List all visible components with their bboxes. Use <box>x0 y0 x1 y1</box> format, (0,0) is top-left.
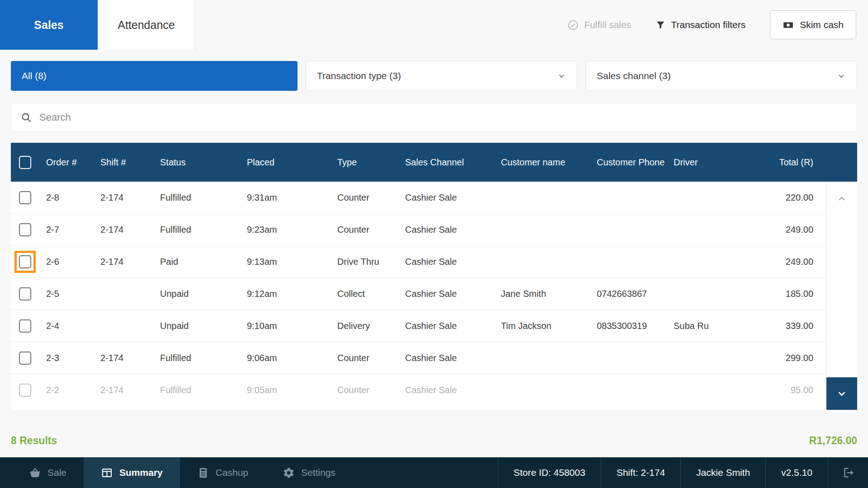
tab-attendance[interactable]: Attendance <box>98 0 195 50</box>
cell-total: 339.00 <box>764 321 826 331</box>
cell-channel: Cashier Sale <box>398 321 494 331</box>
top-bar: Sales Attendance Fulfill sales Transacti… <box>0 0 868 50</box>
transaction-filters-label: Transaction filters <box>671 19 745 30</box>
cell-order: 2-7 <box>39 225 93 235</box>
filter-all-label: All (8) <box>22 70 47 81</box>
row-checkbox-frame <box>14 218 36 241</box>
results-count: 8 Results <box>11 435 57 447</box>
nav-item-settings[interactable]: Settings <box>265 457 353 488</box>
select-all-cell <box>11 156 39 169</box>
fulfill-sales-label: Fulfill sales <box>584 19 631 30</box>
cell-total: 95.00 <box>764 385 826 395</box>
bottom-nav: Sale Summary Cashup Settings <box>0 457 353 488</box>
cell-shift: 2-174 <box>93 257 153 267</box>
row-checkbox-frame <box>14 282 36 305</box>
row-checkbox[interactable] <box>19 319 31 333</box>
nav-item-summary[interactable]: Summary <box>84 457 180 488</box>
transaction-filters-button[interactable]: Transaction filters <box>656 19 745 30</box>
cell-total: 220.00 <box>764 192 826 203</box>
cell-type: Counter <box>330 225 398 235</box>
table-rows: 2-8 2-174 Fulfilled 9:31am Counter Cashi… <box>11 182 826 410</box>
col-channel: Sales Channel <box>398 157 494 168</box>
chevron-down-icon <box>557 71 566 80</box>
cell-customer: Tim Jackson <box>494 321 590 331</box>
cell-channel: Cashier Sale <box>398 257 494 267</box>
cell-channel: Cashier Sale <box>398 225 494 235</box>
row-checkbox-frame <box>14 251 36 273</box>
cell-placed: 9:23am <box>240 225 330 235</box>
row-checkbox-frame <box>14 347 36 370</box>
row-checkbox-cell <box>11 314 39 338</box>
select-all-checkbox[interactable] <box>19 156 31 169</box>
cell-status: Fulfilled <box>153 353 240 363</box>
col-customer: Customer name <box>494 157 590 168</box>
chevron-down-icon <box>837 71 846 80</box>
transaction-type-dropdown[interactable]: Transaction type (3) <box>306 61 577 91</box>
sales-channel-dropdown[interactable]: Sales channel (3) <box>585 61 857 91</box>
nav-settings-label: Settings <box>301 467 335 478</box>
col-shift: Shift # <box>93 157 153 168</box>
cell-type: Collect <box>330 289 398 299</box>
row-checkbox[interactable] <box>19 191 31 204</box>
col-status: Status <box>153 157 240 168</box>
cell-total: 299.00 <box>764 353 826 363</box>
col-type: Type <box>330 157 398 168</box>
tab-sales[interactable]: Sales <box>0 0 98 50</box>
row-checkbox[interactable] <box>19 352 31 365</box>
search-bar <box>11 103 857 132</box>
table-row[interactable]: 2-6 2-174 Paid 9:13am Drive Thru Cashier… <box>11 246 826 278</box>
cell-shift: 2-174 <box>93 225 153 235</box>
fulfill-sales-button[interactable]: Fulfill sales <box>567 19 631 31</box>
table-body: 2-8 2-174 Fulfilled 9:31am Counter Cashi… <box>11 182 857 410</box>
cell-order: 2-3 <box>39 353 93 363</box>
row-checkbox-cell <box>11 218 39 241</box>
table-row[interactable]: 2-8 2-174 Fulfilled 9:31am Counter Cashi… <box>11 182 826 214</box>
table-row[interactable]: 2-7 2-174 Fulfilled 9:23am Counter Cashi… <box>11 214 826 246</box>
nav-item-sale[interactable]: Sale <box>12 457 84 488</box>
scroll-down-button[interactable] <box>826 377 857 410</box>
logout-icon <box>842 466 854 479</box>
table-row[interactable]: 2-3 2-174 Fulfilled 9:06am Counter Cashi… <box>11 342 826 374</box>
row-checkbox-frame <box>14 379 36 402</box>
nav-sale-label: Sale <box>47 467 66 478</box>
cell-type: Drive Thru <box>330 257 398 267</box>
basket-icon <box>29 467 41 479</box>
nav-item-cashup[interactable]: Cashup <box>180 457 265 488</box>
filter-all-button[interactable]: All (8) <box>11 61 297 91</box>
cell-status: Unpaid <box>153 289 240 299</box>
row-checkbox[interactable] <box>19 287 31 300</box>
check-circle-icon <box>567 19 579 31</box>
search-input[interactable] <box>38 111 848 124</box>
table-row[interactable]: 2-2 2-174 Fulfilled 9:05am Counter Cashi… <box>11 374 826 406</box>
results-grand-total: R1,726.00 <box>809 435 857 447</box>
row-checkbox-frame <box>14 186 36 209</box>
user-name: Jackie Smith <box>680 457 765 488</box>
row-checkbox-cell <box>11 251 39 273</box>
cell-status: Fulfilled <box>153 192 240 203</box>
gear-icon <box>283 467 295 479</box>
skim-cash-button[interactable]: Skim cash <box>770 10 856 39</box>
cell-order: 2-6 <box>39 257 93 267</box>
cell-phone: 0835300319 <box>590 321 666 331</box>
scroll-up-button[interactable] <box>826 186 857 211</box>
skim-cash-label: Skim cash <box>800 19 844 30</box>
cell-shift: 2-174 <box>93 192 153 203</box>
table-row[interactable]: 2-4 Unpaid 9:10am Delivery Cashier Sale … <box>11 310 826 342</box>
nav-summary-label: Summary <box>119 467 163 478</box>
row-checkbox[interactable] <box>19 223 31 236</box>
table-row[interactable]: 2-5 Unpaid 9:12am Collect Cashier Sale J… <box>11 278 826 310</box>
row-checkbox[interactable] <box>19 384 31 397</box>
row-checkbox[interactable] <box>19 255 31 268</box>
col-driver: Driver <box>666 157 764 168</box>
nav-cashup-label: Cashup <box>216 467 248 478</box>
logout-button[interactable] <box>828 457 868 488</box>
cell-channel: Cashier Sale <box>398 353 494 363</box>
cell-status: Paid <box>153 257 240 267</box>
filter-row: All (8) Transaction type (3) Sales chann… <box>11 61 857 91</box>
cell-status: Fulfilled <box>153 225 240 235</box>
cell-order: 2-4 <box>39 321 93 331</box>
store-id: Store ID: 458003 <box>498 457 601 488</box>
col-phone: Customer Phone <box>590 157 666 168</box>
cell-total: 249.00 <box>764 257 826 267</box>
row-checkbox-cell <box>11 282 39 305</box>
